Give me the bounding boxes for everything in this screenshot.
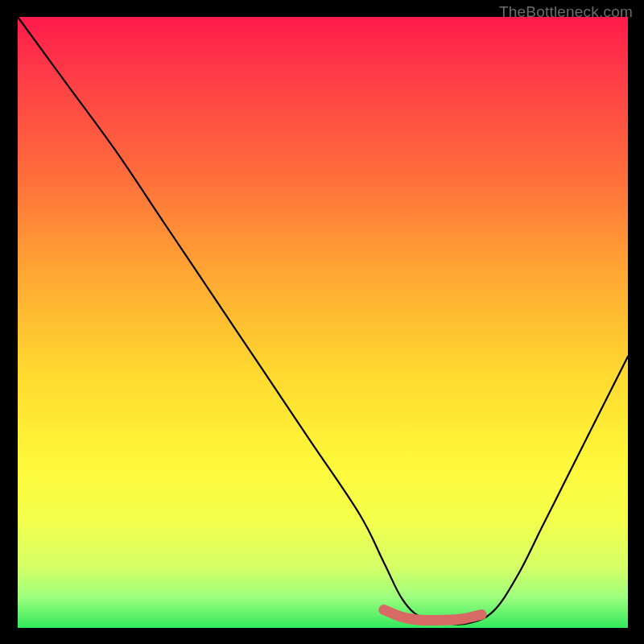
chart-stage: TheBottleneck.com	[0, 0, 644, 644]
plot-area	[18, 17, 628, 628]
curve-svg	[18, 17, 628, 628]
bottleneck-curve-path	[18, 17, 628, 625]
highlight-band-path	[384, 609, 481, 620]
